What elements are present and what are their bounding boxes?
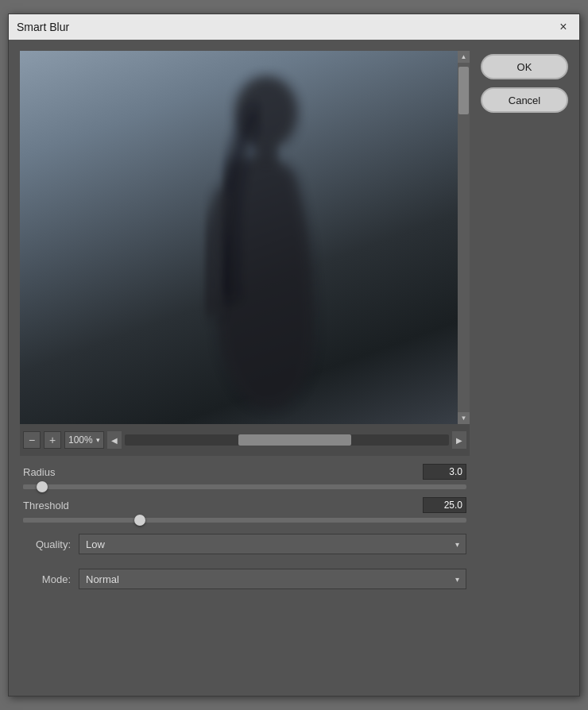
zoom-select[interactable]: 100% ▾ bbox=[64, 431, 104, 449]
controls-area: Radius 3.0 Threshold 25.0 bbox=[20, 464, 470, 592]
smart-blur-dialog: Smart Blur × bbox=[8, 14, 580, 696]
zoom-out-button[interactable]: − bbox=[23, 431, 41, 449]
h-scroll-area: ◀ ▶ bbox=[107, 431, 466, 449]
threshold-control: Threshold 25.0 bbox=[23, 497, 466, 523]
h-scroll-thumb[interactable] bbox=[238, 434, 352, 446]
mode-chevron-icon: ▾ bbox=[455, 575, 459, 584]
threshold-slider-track[interactable] bbox=[23, 518, 466, 523]
scroll-up-button[interactable]: ▲ bbox=[458, 51, 470, 63]
threshold-slider-thumb[interactable] bbox=[134, 515, 145, 526]
radius-label: Radius bbox=[23, 466, 55, 478]
quality-label: Quality: bbox=[23, 538, 71, 550]
radius-slider-fill bbox=[23, 484, 37, 489]
zoom-value: 100% bbox=[68, 434, 93, 446]
quality-row: Quality: Low ▾ bbox=[23, 531, 466, 558]
scroll-right-button[interactable]: ▶ bbox=[452, 431, 466, 449]
silhouette bbox=[175, 67, 350, 416]
mode-label: Mode: bbox=[23, 573, 71, 585]
radius-value[interactable]: 3.0 bbox=[423, 464, 466, 480]
mode-row: Mode: Normal ▾ bbox=[23, 565, 466, 592]
close-button[interactable]: × bbox=[555, 19, 571, 35]
left-panel: ▲ ▼ − + 100% ▾ ◀ bbox=[20, 51, 470, 685]
quality-chevron-icon: ▾ bbox=[455, 540, 459, 549]
scroll-thumb-vertical[interactable] bbox=[458, 67, 469, 114]
preview-area: ▲ ▼ − + 100% ▾ ◀ bbox=[20, 51, 470, 456]
threshold-label: Threshold bbox=[23, 500, 69, 511]
quality-value: Low bbox=[86, 538, 105, 550]
scroll-left-button[interactable]: ◀ bbox=[107, 431, 122, 449]
zoom-chevron-icon: ▾ bbox=[96, 436, 100, 444]
mode-value: Normal bbox=[86, 573, 119, 585]
dialog-body: ▲ ▼ − + 100% ▾ ◀ bbox=[9, 40, 579, 696]
preview-scrollbar-right: ▲ ▼ bbox=[458, 51, 470, 424]
h-scroll-track[interactable] bbox=[125, 434, 449, 446]
zoom-in-button[interactable]: + bbox=[44, 431, 61, 449]
radius-header: Radius 3.0 bbox=[23, 464, 466, 480]
threshold-slider-fill bbox=[23, 518, 134, 523]
radius-control: Radius 3.0 bbox=[23, 464, 466, 489]
mode-select[interactable]: Normal ▾ bbox=[79, 569, 466, 589]
scroll-down-button[interactable]: ▼ bbox=[458, 412, 470, 424]
right-panel: OK Cancel bbox=[481, 51, 568, 685]
threshold-header: Threshold 25.0 bbox=[23, 497, 466, 513]
preview-image[interactable] bbox=[20, 51, 470, 424]
dialog-title: Smart Blur bbox=[17, 21, 69, 33]
ok-button[interactable]: OK bbox=[481, 54, 568, 79]
preview-bottom-bar: − + 100% ▾ ◀ ▶ bbox=[20, 424, 470, 456]
radius-slider-track[interactable] bbox=[23, 484, 466, 489]
quality-select[interactable]: Low ▾ bbox=[79, 534, 466, 554]
threshold-value[interactable]: 25.0 bbox=[423, 497, 466, 513]
title-bar: Smart Blur × bbox=[9, 14, 579, 40]
radius-slider-thumb[interactable] bbox=[37, 481, 48, 492]
cancel-button[interactable]: Cancel bbox=[481, 87, 568, 113]
